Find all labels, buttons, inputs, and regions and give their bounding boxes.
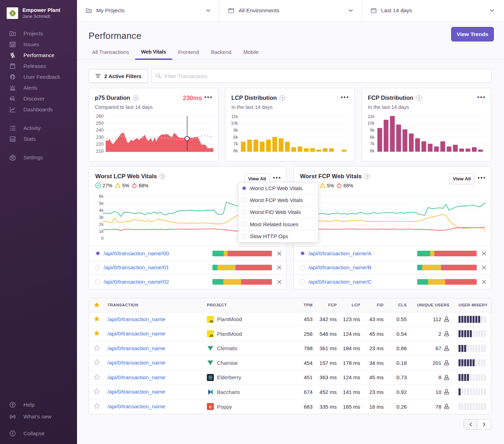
svg-text:8k: 8k: [370, 135, 375, 140]
svg-text:230: 230: [96, 134, 104, 140]
svg-text:260: 260: [96, 113, 104, 119]
svg-text:8k: 8k: [233, 135, 238, 140]
svg-text:4k: 4k: [99, 208, 104, 213]
svg-text:10k: 10k: [231, 121, 238, 126]
svg-text:3k: 3k: [99, 215, 104, 220]
svg-text:220: 220: [96, 141, 104, 147]
svg-text:7k: 7k: [233, 141, 238, 146]
svg-text:9k: 9k: [370, 128, 375, 133]
svg-text:6k: 6k: [233, 148, 238, 153]
svg-text:6k: 6k: [370, 148, 375, 153]
svg-text:2k: 2k: [99, 222, 104, 227]
svg-text:11k: 11k: [231, 114, 238, 119]
svg-text:6k: 6k: [99, 194, 104, 199]
svg-text:5k: 5k: [99, 201, 104, 206]
svg-text:210: 210: [96, 148, 104, 154]
svg-text:11k: 11k: [368, 114, 375, 119]
svg-text:250: 250: [96, 120, 104, 126]
svg-text:240: 240: [96, 127, 104, 133]
svg-text:9k: 9k: [233, 128, 238, 133]
svg-text:10k: 10k: [368, 121, 375, 126]
svg-text:0: 0: [101, 236, 104, 241]
svg-text:7k: 7k: [370, 141, 375, 146]
